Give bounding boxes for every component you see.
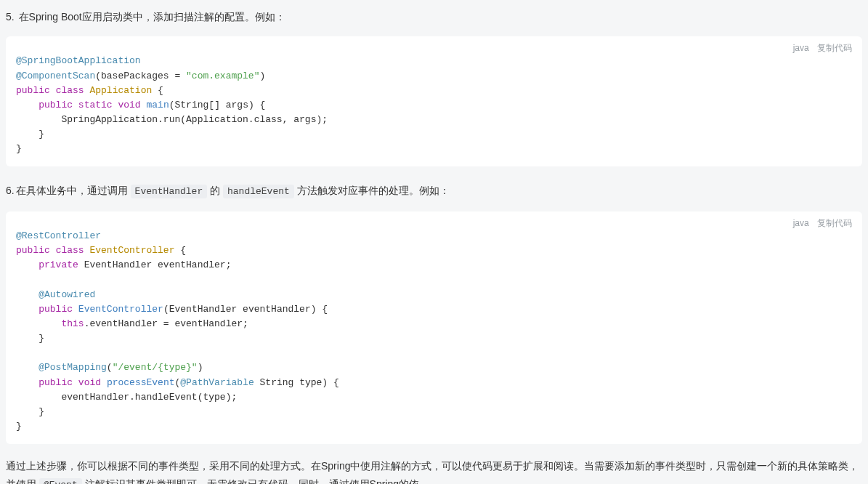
code-content-2: @RestController public class EventContro… — [16, 219, 852, 434]
code-lang-label: java — [793, 218, 809, 228]
step-5-text: 5. 在Spring Boot应用启动类中，添加扫描注解的配置。例如： — [6, 6, 862, 33]
code-block-1: java 复制代码 @SpringBootApplication @Compon… — [6, 36, 862, 166]
code-lang-label: java — [793, 43, 809, 53]
copy-code-button[interactable]: 复制代码 — [817, 43, 852, 53]
inline-code: EventHandler — [131, 185, 208, 198]
code-header-1: java 复制代码 — [793, 42, 852, 55]
closing-paragraph: 通过上述步骤，你可以根据不同的事件类型，采用不同的处理方式。在Spring中使用… — [6, 457, 862, 484]
copy-code-button[interactable]: 复制代码 — [817, 218, 852, 228]
step-5-desc: 在Spring Boot应用启动类中，添加扫描注解的配置。例如： — [19, 11, 285, 23]
code-block-2: java 复制代码 @RestController public class E… — [6, 211, 862, 444]
step6-number: 6. — [6, 185, 15, 196]
step-6-text: 6.在具体业务中，通过调用 EventHandler 的 handleEvent… — [6, 180, 862, 209]
step-5-number: 5. — [6, 11, 15, 23]
inline-code: @Event — [39, 478, 82, 484]
code-content-1: @SpringBootApplication @ComponentScan(ba… — [16, 44, 852, 156]
inline-code: handleEvent — [223, 185, 294, 198]
code-header-2: java 复制代码 — [793, 217, 852, 230]
